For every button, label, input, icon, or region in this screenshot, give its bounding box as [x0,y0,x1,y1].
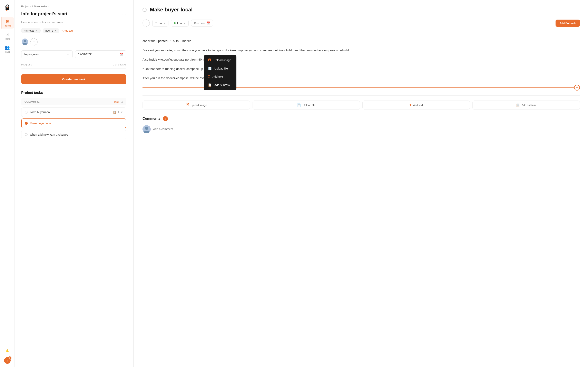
subtask-icon: 📋 [516,103,520,107]
member-avatar-1[interactable] [21,38,29,45]
subtask-icon: 📋 [208,83,212,87]
comment-input[interactable] [153,125,580,133]
project-title: Info for project's start [21,11,67,17]
context-menu-upload-file[interactable]: 📄 Upload file [204,64,236,73]
file-icon: 📄 [208,67,212,70]
sidebar-item-projects[interactable]: ⊞ Projects [1,17,14,29]
task-circle-3 [25,133,27,136]
sidebar-bottom: 🔔 ! 1 [3,347,11,364]
tag-howto: howTo ✕ [43,28,60,33]
context-menu-upload-image[interactable]: 🖼 Upload image [204,56,236,64]
chevron-down-icon: ∨ [184,22,186,25]
sidebar-item-label: Teams [4,51,10,53]
svg-point-4 [7,6,7,7]
breadcrumb-folder[interactable]: Main folder [34,5,47,8]
user-menu[interactable]: ! 1 [4,357,11,364]
task-item[interactable]: Form buyer/new 📋 1 ∨ [21,108,126,117]
calendar-icon: 📅 [120,53,123,56]
tag-mynotes: myNotes ✕ [21,28,41,33]
task-status-dropdown[interactable]: To do ∨ [152,20,168,26]
column-header: COLUMN #1 + Task ∧ [21,98,126,105]
content-block-2: I've sent you an invite, to run the code… [143,48,580,53]
task-item-3[interactable]: When add new yarn packages [21,130,126,139]
meta-row: In progress 12/31/2030 📅 [21,50,126,58]
svg-point-14 [145,127,148,130]
progress-label: Progress 0 of 5 tasks [21,63,126,66]
task-name: Form buyer/new [30,110,50,114]
add-circle-button[interactable]: + [143,19,150,27]
teams-icon: 👥 [5,45,10,50]
text-icon: T [208,75,210,78]
calendar-icon: 📅 [207,21,210,25]
left-panel: Projects / Main folder / Info for projec… [15,0,133,367]
add-task-link[interactable]: + Task [111,100,119,103]
collapse-button[interactable]: ∧ [121,100,123,103]
breadcrumb-projects[interactable]: Projects [21,5,31,8]
add-content-button[interactable]: + [574,85,580,91]
task-status-circle [143,8,147,12]
app-logo [3,3,12,12]
task-circle [25,111,27,114]
svg-point-11 [24,40,26,42]
comments-header: Comments 0 [143,116,580,121]
due-date-dropdown[interactable]: 12/31/2030 📅 [75,50,127,58]
comments-title: Comments [143,117,160,121]
tags-row: myNotes ✕ howTo ✕ + Add tag [21,28,126,33]
image-icon: 🖼 [208,58,211,62]
bell-icon: 🔔 [6,349,9,352]
add-subtask-toolbar-button[interactable]: 📋 Add subtask [472,100,580,110]
context-menu-add-subtask[interactable]: 📋 Add subtask [204,81,236,89]
sidebar-item-teams[interactable]: 👥 Teams [2,43,13,55]
context-menu: 🖼 Upload image 📄 Upload file T Add text … [204,55,236,90]
progress-bar-bg [21,68,126,68]
notification-button[interactable]: 🔔 [3,347,11,355]
context-menu-add-text[interactable]: T Add text [204,73,236,81]
project-notes: Here is some notes for our project [21,21,126,24]
sidebar-item-label: Tasks [5,38,10,40]
add-text-button[interactable]: T Add text [362,100,470,109]
sidebar-item-tasks[interactable]: ☑ Tasks [2,30,13,42]
status-dropdown[interactable]: In progress [21,50,73,58]
task-title: Make buyer local [150,7,193,13]
add-subtask-button[interactable]: Add Subtask [555,20,580,27]
copy-icon: 📋 [113,111,116,114]
column-actions: + Task ∧ [111,100,123,103]
more-options-button[interactable]: ... [122,12,126,16]
task-name-active: Make buyer local [30,122,52,125]
image-icon: 🖼 [186,103,189,107]
remove-tag-howto[interactable]: ✕ [54,29,57,32]
progress-value: 0 of 5 tasks [113,63,126,66]
create-task-button[interactable]: Create new task [21,74,126,84]
task-priority-dropdown[interactable]: Low ∨ [171,20,189,26]
project-title-row: Info for project's start ... [21,11,126,17]
add-member-button[interactable]: + [30,38,38,45]
chevron-down-icon: ∨ [164,22,165,25]
column-name: COLUMN #1 [25,100,40,103]
task-controls: + To do ∨ Low ∨ Due date 📅 Add Subtask [143,19,580,32]
sidebar-item-label: Projects [4,25,11,27]
task-item-active[interactable]: Make buyer local [21,118,126,128]
tasks-icon: ☑ [6,32,9,37]
remove-tag-mynotes[interactable]: ✕ [35,29,38,32]
comments-section: Comments 0 [143,116,580,133]
file-icon: 📄 [297,103,301,107]
svg-rect-8 [6,10,7,11]
user-badge: 1 [8,356,11,360]
add-tag-button[interactable]: + Add tag [61,29,73,32]
project-tasks-title: Project tasks [21,91,126,95]
chevron-down-icon [66,53,70,56]
chevron-down-icon: ∨ [121,111,123,114]
upload-image-button[interactable]: 🖼 Upload image [143,100,250,109]
breadcrumb: Projects / Main folder / [21,5,126,8]
svg-rect-9 [8,10,8,11]
upload-file-button[interactable]: 📄 Upload file [252,100,360,110]
task-name-3: When add new yarn packages [30,133,68,136]
task-circle-active [25,122,28,125]
comments-badge: 0 [163,116,168,121]
progress-section: Progress 0 of 5 tasks [21,63,126,68]
task-due-date[interactable]: Due date 📅 [191,20,213,26]
context-menu-area: Also inside vite.config.jsupdate port fr… [143,57,580,62]
content-block-1: check the updated README.md file [143,38,580,44]
svg-point-7 [5,8,9,10]
task-header: Make buyer local [143,7,580,13]
